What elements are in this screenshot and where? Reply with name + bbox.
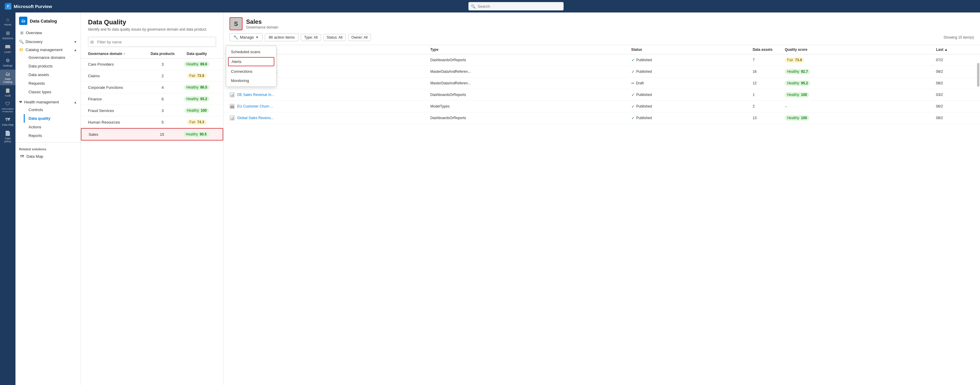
quality-badge: Healthy 86.5 — [184, 85, 210, 90]
status-published-icon: ✓ — [632, 104, 635, 109]
table-row[interactable]: Care Providers 3 Healthy 89.6 — [81, 59, 223, 70]
requests-label: Requests — [29, 81, 45, 86]
rail-label-data-map: Data Map — [2, 123, 13, 126]
data-map-related-icon: 🗺 — [20, 154, 24, 158]
rail-item-data-catalog[interactable]: 🗂 Data Catalog — [0, 70, 16, 85]
rail-item-information-protection[interactable]: 🛡 Information Protection — [0, 100, 16, 115]
brand-name: Microsoft Purview — [14, 4, 52, 9]
rail-item-home[interactable]: ⌂ Home — [0, 15, 16, 28]
rail-label-home: Home — [4, 23, 11, 26]
sidebar-group-catalog-management[interactable]: 📁 Catalog management ▲ — [16, 45, 81, 53]
product-row[interactable]: 📋 Customer Master List MasterDataAndRefe… — [224, 78, 980, 89]
gov-name: Sales — [89, 132, 147, 137]
sidebar-group-health-management[interactable]: ❤ Health management ▲ — [16, 97, 81, 105]
product-status: ✓ Published — [632, 116, 751, 120]
quality-score-badge: Fair 73.6 — [785, 57, 804, 63]
status-filter-chip[interactable]: Status: All — [323, 34, 346, 41]
rail-item-solutions[interactable]: ⊞ Solutions — [0, 29, 16, 41]
governance-domain-col-header[interactable]: Governance domain ↑ — [88, 52, 148, 56]
sidebar-item-controls[interactable]: Controls — [24, 105, 81, 114]
owner-filter-chip[interactable]: Owner: All — [348, 34, 371, 41]
product-name-text: Global Sales Revenu... — [237, 116, 274, 120]
product-name-text: EU Customer Churn ... — [237, 104, 273, 108]
sidebar-header: 🗂 Data Catalog — [16, 13, 81, 28]
domain-name: Sales — [246, 18, 278, 25]
product-type: MasterDataAndReferen... — [430, 81, 629, 85]
dropdown-item-scheduled-scans[interactable]: Scheduled scans — [226, 47, 276, 57]
type-filter-chip[interactable]: Type: All — [301, 34, 321, 41]
sidebar-item-actions[interactable]: Actions — [24, 123, 81, 131]
product-row[interactable]: 📊 Global Sales Revenu... DashboardsOrRep… — [224, 112, 980, 124]
filter-by-name-input[interactable] — [88, 37, 216, 47]
classic-types-label: Classic types — [29, 90, 51, 94]
table-row[interactable]: Human Resources 5 Fair 74.3 — [81, 116, 223, 128]
col-actions-header — [962, 48, 974, 52]
rail-item-data-policy[interactable]: 📄 Data policy — [0, 128, 16, 145]
sidebar-item-data-quality[interactable]: Data quality — [24, 114, 81, 123]
rail-item-data-map[interactable]: 🗺 Data Map — [0, 115, 16, 128]
table-row[interactable]: Claims 2 Fair 73.9 — [81, 70, 223, 82]
scrollbar-track[interactable] — [977, 60, 979, 379]
dropdown-item-monitoring[interactable]: Monitoring — [226, 76, 276, 85]
product-name-cell: 📊 DE Sales Revenue In... — [229, 92, 428, 97]
data-products-col-header: Data products — [148, 52, 177, 56]
gov-name: Fraud Services — [88, 108, 148, 113]
domain-info: Sales Governance domain — [246, 18, 278, 29]
rail-item-settings[interactable]: ⚙ Settings — [0, 56, 16, 69]
product-row[interactable]: 📊 DashboardsOrReports ✓ Published 7 Fair… — [224, 54, 980, 66]
sidebar-health-mgmt-label: Health management — [24, 100, 59, 104]
sidebar-group-discovery[interactable]: 🔍 Discovery ▼ — [16, 37, 81, 45]
product-status: ✏ Draft — [632, 81, 751, 86]
sort-icon: ↑ — [123, 52, 125, 56]
product-data-assets: 2 — [752, 104, 782, 108]
sidebar-item-data-products[interactable]: Data products — [24, 62, 81, 70]
table-row-sales-selected[interactable]: Sales 15 Healthy 90.5 — [81, 128, 223, 141]
gov-count: 2 — [148, 74, 177, 78]
product-type: DashboardsOrReports — [430, 116, 629, 120]
status-draft-icon: ✏ — [632, 81, 635, 86]
col-last-header[interactable]: Last ▲ — [936, 48, 960, 52]
table-row[interactable]: Finance 6 Healthy 93.2 — [81, 93, 223, 105]
quality-dash: -- — [785, 105, 787, 109]
table-row[interactable]: Corporate Functions 4 Healthy 86.5 — [81, 82, 223, 93]
product-row[interactable]: 🤖 EU Customer Churn ... ModelTypes ✓ Pub… — [224, 101, 980, 112]
rail-item-audit[interactable]: 📋 Audit — [0, 86, 16, 99]
dropdown-item-connections[interactable]: Connections — [226, 67, 276, 76]
product-row[interactable]: 📊 DE Sales Revenue In... DashboardsOrRep… — [224, 89, 980, 101]
gov-count: 6 — [148, 97, 177, 101]
quality-cell: Healthy 100 — [785, 115, 934, 120]
detail-panel-wrapper: S Sales Governance domain 🔧 Manage ▼ — [224, 13, 980, 385]
dropdown-item-alerts[interactable]: Alerts — [228, 57, 274, 66]
brand: P Microsoft Purview — [5, 3, 52, 10]
discovery-group-icon: 🔍 — [19, 40, 24, 44]
status-published-icon: ✓ — [632, 69, 635, 74]
catalog-mgmt-group-icon: 📁 — [19, 48, 24, 52]
quality-badge: Fair 73.9 — [187, 73, 207, 78]
sidebar-discovery-label: Discovery — [25, 40, 43, 44]
sidebar-item-reports[interactable]: Reports — [24, 131, 81, 140]
last-sort-icon: ▲ — [944, 48, 948, 52]
product-data-assets: 16 — [752, 70, 782, 74]
sidebar-item-classic-types[interactable]: Classic types — [24, 88, 81, 96]
showing-count: Showing 15 item(s) — [943, 35, 974, 40]
gov-name: Corporate Functions — [88, 85, 148, 90]
product-row[interactable]: 📋 MasterDataAndReferen... MasterDataAndR… — [224, 66, 980, 78]
search-input[interactable] — [468, 2, 563, 10]
table-row[interactable]: Fraud Services 3 Healthy 100 — [81, 105, 223, 116]
action-items-button[interactable]: 86 action items — [265, 33, 298, 41]
product-last-date: 06/2 — [936, 104, 960, 108]
manage-button[interactable]: 🔧 Manage ▼ — [229, 33, 262, 41]
sidebar-item-requests[interactable]: Requests — [24, 79, 81, 88]
learn-icon: 📖 — [5, 44, 11, 50]
quality-badge: Healthy 100 — [185, 108, 209, 113]
sidebar-item-data-assets[interactable]: Data assets — [24, 70, 81, 79]
page-subtitle: Identify and fix data quality issues by … — [88, 27, 216, 32]
data-products-label: Data products — [29, 64, 52, 68]
product-last-date: 03/2 — [936, 93, 960, 97]
rail-item-learn[interactable]: 📖 Learn — [0, 42, 16, 55]
sidebar-item-governance-domains[interactable]: Governance domains — [24, 53, 81, 62]
sidebar-item-overview[interactable]: ⊞ Overview — [16, 29, 81, 37]
sidebar-item-data-map-related[interactable]: 🗺 Data Map — [16, 152, 81, 161]
scrollbar-thumb — [977, 63, 979, 87]
quality-cell: -- — [785, 104, 934, 109]
